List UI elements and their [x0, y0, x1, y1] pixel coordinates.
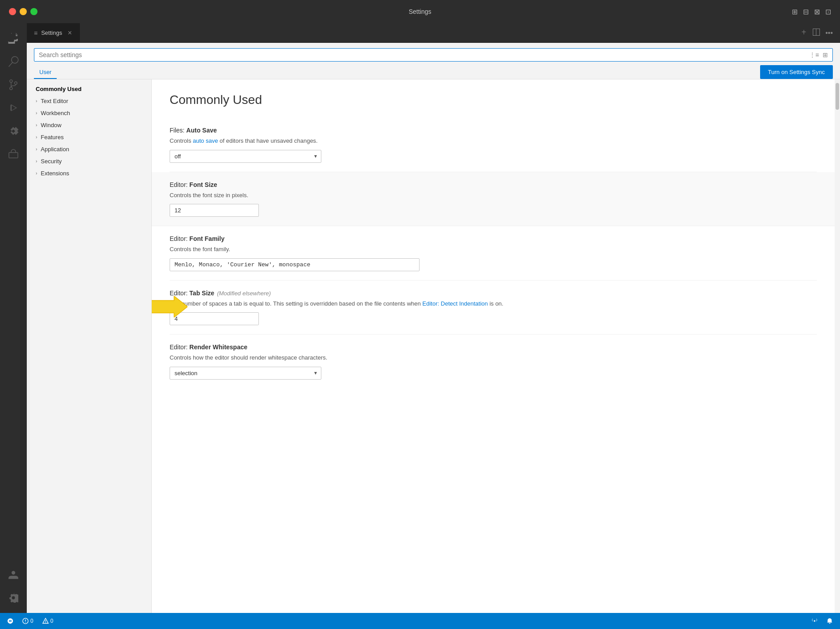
- settings-tabs-row: User Turn on Settings Sync: [27, 62, 840, 79]
- desc-after: of editors that have unsaved changes.: [218, 137, 317, 144]
- desc-before: Controls: [170, 137, 193, 144]
- editor-area: ≡ Settings × ••• ⋮≡: [27, 23, 840, 613]
- sidebar-item-label: Window: [41, 122, 61, 128]
- settings-tab-label: Settings: [41, 29, 62, 36]
- label-prefix: Editor:: [170, 343, 189, 351]
- chevron-icon: ›: [36, 123, 37, 128]
- label-bold: Font Family: [189, 235, 225, 242]
- sidebar-item-label: Commonly Used: [36, 86, 82, 92]
- render-whitespace-select-wrapper: none boundary selection trailing all ▾: [170, 367, 321, 380]
- status-bar-left: 0 0: [5, 617, 55, 625]
- activity-run[interactable]: [3, 97, 24, 119]
- setting-desc-font-family: Controls the font family.: [170, 245, 817, 254]
- user-tab[interactable]: User: [34, 66, 57, 79]
- setting-desc-auto-save: Controls auto save of editors that have …: [170, 137, 817, 145]
- layout-sidebar-icon[interactable]: ⊠: [814, 8, 820, 16]
- settings-sidebar: Commonly Used › Text Editor › Workbench …: [27, 79, 152, 613]
- maximize-button[interactable]: [30, 8, 37, 15]
- svg-marker-1: [152, 296, 187, 317]
- settings-body: Commonly Used › Text Editor › Workbench …: [27, 79, 840, 613]
- label-bold: Auto Save: [186, 127, 216, 134]
- setting-desc-tab-size: The number of spaces a tab is equal to. …: [170, 299, 817, 308]
- modified-label: (Modified elsewhere): [217, 290, 271, 297]
- setting-label-font-size: Editor: Font Size: [170, 181, 817, 188]
- activity-bottom: [3, 564, 24, 613]
- titlebar-actions: ⊞ ⊟ ⊠ ⊡: [792, 8, 831, 16]
- setting-files-auto-save: Files: Auto Save Controls auto save of e…: [170, 118, 817, 172]
- chevron-icon: ›: [36, 159, 37, 164]
- font-family-input[interactable]: [170, 258, 420, 271]
- sync-button[interactable]: Turn on Settings Sync: [760, 65, 833, 79]
- close-button[interactable]: [9, 8, 16, 15]
- activity-account[interactable]: [3, 564, 24, 585]
- activity-extensions[interactable]: [3, 120, 24, 142]
- titlebar: Settings ⊞ ⊟ ⊠ ⊡: [0, 0, 840, 23]
- settings-main: Commonly Used Files: Auto Save Controls …: [152, 79, 835, 613]
- tab-actions: •••: [800, 23, 833, 42]
- chevron-icon: ›: [36, 99, 37, 103]
- setting-desc-render-whitespace: Controls how the editor should render wh…: [170, 353, 817, 362]
- sidebar-item-text-editor[interactable]: › Text Editor: [27, 95, 151, 107]
- status-notifications[interactable]: [825, 617, 835, 625]
- search-input[interactable]: [39, 51, 806, 58]
- setting-label-font-family: Editor: Font Family: [170, 235, 817, 242]
- chevron-icon: ›: [36, 147, 37, 152]
- sidebar-item-label: Security: [41, 158, 62, 165]
- layout-split-icon[interactable]: ⊞: [792, 8, 798, 16]
- status-bar-right: [810, 617, 835, 625]
- scroll-thumb[interactable]: [836, 83, 839, 110]
- minimize-button[interactable]: [20, 8, 27, 15]
- settings-tab[interactable]: ≡ Settings ×: [27, 23, 80, 42]
- activity-remote[interactable]: [3, 144, 24, 165]
- open-in-editor-icon[interactable]: [800, 29, 807, 37]
- sidebar-item-application[interactable]: › Application: [27, 143, 151, 155]
- auto-save-link[interactable]: auto save: [193, 137, 218, 144]
- sidebar-item-label: Application: [41, 146, 69, 153]
- more-actions-icon[interactable]: •••: [825, 29, 833, 37]
- setting-editor-render-whitespace: Editor: Render Whitespace Controls how t…: [170, 335, 817, 389]
- status-remote[interactable]: [5, 617, 15, 625]
- layout-customization-icon[interactable]: ⊡: [825, 8, 831, 16]
- settings-container: ⋮≡ ⊞ User Turn on Settings Sync Commonly…: [27, 43, 840, 613]
- sidebar-item-commonly-used[interactable]: Commonly Used: [27, 83, 151, 95]
- close-tab-button[interactable]: ×: [67, 29, 73, 37]
- filter-settings-icon[interactable]: ⊞: [823, 51, 828, 58]
- svg-point-7: [45, 622, 46, 623]
- sidebar-item-extensions[interactable]: › Extensions: [27, 167, 151, 179]
- activity-source-control[interactable]: [3, 74, 24, 95]
- sidebar-item-label: Workbench: [41, 110, 70, 116]
- sidebar-item-workbench[interactable]: › Workbench: [27, 107, 151, 119]
- scroll-track[interactable]: [835, 79, 840, 613]
- app-container: ≡ Settings × ••• ⋮≡: [0, 23, 840, 613]
- activity-search[interactable]: [3, 51, 24, 72]
- activity-settings[interactable]: [3, 587, 24, 608]
- sidebar-item-security[interactable]: › Security: [27, 155, 151, 167]
- desc-after: is on.: [488, 300, 503, 307]
- svg-rect-0: [9, 153, 18, 158]
- arrow-annotation: [152, 296, 187, 319]
- split-editor-icon[interactable]: [813, 29, 820, 37]
- clear-search-icon[interactable]: ⋮≡: [809, 51, 819, 58]
- sidebar-item-label: Text Editor: [41, 98, 68, 104]
- status-warnings[interactable]: 0: [41, 617, 55, 625]
- svg-point-4: [25, 622, 25, 622]
- sidebar-item-window[interactable]: › Window: [27, 119, 151, 131]
- auto-save-select[interactable]: off afterDelay onFocusChange onWindowCha…: [170, 150, 321, 163]
- sidebar-item-label: Features: [41, 134, 63, 141]
- settings-tab-icon: ≡: [34, 29, 37, 37]
- label-prefix: Editor:: [170, 290, 189, 297]
- activity-explorer[interactable]: [3, 28, 24, 49]
- window-controls: [9, 8, 37, 15]
- setting-label-render-whitespace: Editor: Render Whitespace: [170, 343, 817, 351]
- label-bold: Render Whitespace: [189, 343, 247, 351]
- status-broadcast[interactable]: [810, 617, 819, 625]
- warning-count: 0: [50, 618, 54, 624]
- render-whitespace-select[interactable]: none boundary selection trailing all: [170, 367, 321, 380]
- search-input-wrapper[interactable]: ⋮≡ ⊞: [34, 48, 833, 62]
- status-errors[interactable]: 0: [21, 617, 35, 625]
- detect-indentation-link[interactable]: Editor: Detect Indentation: [422, 300, 488, 307]
- setting-label-auto-save: Files: Auto Save: [170, 127, 817, 134]
- layout-panel-icon[interactable]: ⊟: [803, 8, 809, 16]
- sidebar-item-features[interactable]: › Features: [27, 131, 151, 143]
- font-size-input[interactable]: [170, 204, 259, 217]
